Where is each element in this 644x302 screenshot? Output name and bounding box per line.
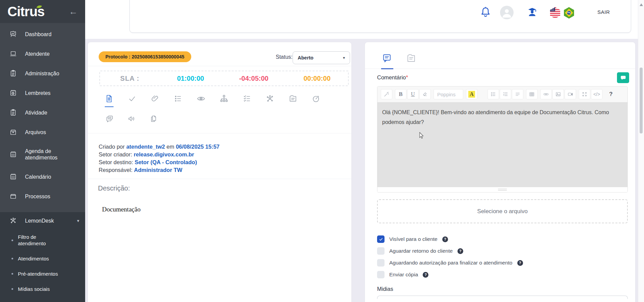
clipboard-icon bbox=[9, 109, 17, 116]
sidebar-item-agenda[interactable]: Agenda de atendimentos bbox=[0, 148, 85, 161]
option-aguardando-autorizacao: Aguardando autorização para finalizar o … bbox=[377, 259, 635, 267]
sidebar-item-processos[interactable]: Processos bbox=[0, 193, 85, 200]
help-icon[interactable]: ? bbox=[442, 236, 448, 242]
checklist-icon[interactable] bbox=[243, 94, 251, 103]
paragraph-button[interactable] bbox=[512, 89, 523, 99]
unordered-list-button[interactable] bbox=[488, 89, 499, 99]
ordered-list-button[interactable] bbox=[500, 89, 511, 99]
help-button[interactable]: ? bbox=[605, 89, 617, 99]
chat-icon[interactable] bbox=[105, 115, 114, 123]
checkbox-unchecked[interactable] bbox=[377, 259, 385, 267]
attachment-icon[interactable] bbox=[151, 94, 159, 103]
sla-label: SLA : bbox=[100, 75, 159, 82]
sector-dest-link[interactable]: Setor (QA - Controlado) bbox=[134, 159, 197, 165]
eye-icon[interactable] bbox=[197, 94, 205, 103]
fullscreen-button[interactable] bbox=[579, 89, 590, 99]
sidebar-item-midias-sociais[interactable]: Mídias sociais bbox=[0, 286, 85, 292]
user-avatar[interactable] bbox=[500, 6, 514, 19]
quick-reply-button[interactable] bbox=[617, 72, 629, 83]
clipboard-icon bbox=[9, 70, 17, 77]
hierarchy-icon[interactable] bbox=[220, 94, 228, 103]
sidebar-item-arquivos[interactable]: Arquivos bbox=[0, 128, 85, 136]
status-select[interactable]: Aberto ▾ bbox=[293, 51, 350, 64]
brazil-flag-icon[interactable] bbox=[563, 7, 575, 19]
editor-resize-handle[interactable] bbox=[377, 187, 627, 192]
audio-icon[interactable] bbox=[127, 115, 136, 123]
tabs-separator bbox=[365, 69, 635, 69]
page-scrollbar[interactable] bbox=[638, 0, 644, 302]
sla-time-paused: 00:00:00 bbox=[286, 75, 348, 82]
eraser-button[interactable] bbox=[419, 89, 431, 99]
sidebar-item-dashboard[interactable]: Dashboard bbox=[0, 30, 85, 38]
sidebar-item-lemondesk[interactable]: LemonDesk ▾ bbox=[0, 217, 85, 224]
sector-creator-link[interactable]: release.digivox.com.br bbox=[134, 151, 194, 157]
highlight-color-button[interactable]: A bbox=[466, 89, 477, 99]
notifications-bell-icon[interactable] bbox=[479, 6, 492, 19]
bold-button[interactable]: B bbox=[395, 89, 406, 99]
description-label: Descrição: bbox=[98, 184, 351, 192]
sidebar-item-lembretes[interactable]: Lembretes bbox=[0, 89, 85, 97]
created-line: Criado por atendente_tw2 em 06/08/2025 1… bbox=[99, 143, 351, 151]
sidebar-collapse-arrow-icon[interactable]: ← bbox=[69, 7, 78, 16]
magic-wand-button[interactable] bbox=[381, 89, 392, 99]
logout-button[interactable]: SAIR bbox=[597, 9, 610, 15]
checkbox-checked[interactable] bbox=[377, 235, 385, 243]
sidebar-item-filtro-atendimento[interactable]: Filtro de atendimento bbox=[0, 234, 85, 247]
help-icon[interactable]: ? bbox=[457, 248, 463, 254]
help-icon[interactable]: ? bbox=[517, 260, 523, 266]
comment-editor-area[interactable]: Olá {NOME_CLIENTE}! Bem-vindo ao atendim… bbox=[377, 102, 627, 187]
sidebar-item-calendario[interactable]: Calendário bbox=[0, 173, 85, 180]
code-view-button[interactable]: </> bbox=[591, 89, 602, 99]
responsible-line: Responsável: Administrador TW bbox=[99, 166, 351, 174]
folder-icon[interactable] bbox=[289, 94, 297, 103]
scrollbar-thumb[interactable] bbox=[640, 68, 643, 133]
chat-bubble-icon bbox=[620, 75, 626, 81]
comment-tab-icon[interactable] bbox=[382, 53, 392, 63]
checkbox-unchecked[interactable] bbox=[377, 271, 385, 278]
calendar-icon bbox=[9, 173, 17, 180]
option-visivel-cliente: Visível para o cliente ? bbox=[377, 235, 635, 243]
dashboard-icon bbox=[9, 30, 17, 38]
lemondesk-section: LemonDesk ▾ Filtro de atendimento Atendi… bbox=[0, 212, 85, 302]
calendar-icon bbox=[9, 151, 17, 158]
underline-button[interactable]: U bbox=[407, 89, 419, 99]
midias-input[interactable] bbox=[377, 296, 628, 299]
list-icon[interactable] bbox=[174, 94, 182, 103]
sidebar-item-administracao[interactable]: Administração bbox=[0, 70, 85, 77]
picture-button[interactable] bbox=[552, 89, 564, 99]
main-area: Protocolo : 20250806153850000045 Status:… bbox=[85, 39, 644, 302]
document-tab-icon[interactable] bbox=[105, 94, 114, 103]
responsible-link[interactable]: Administrador TW bbox=[134, 167, 182, 173]
timer-icon[interactable] bbox=[312, 94, 320, 103]
files-tab-icon[interactable] bbox=[406, 53, 416, 63]
sidebar: Citrus ← Dashboard Atendente Administraç… bbox=[0, 0, 85, 302]
created-user-link[interactable]: atendente_tw2 bbox=[126, 144, 165, 150]
help-icon[interactable]: ? bbox=[423, 272, 428, 278]
person-icon bbox=[500, 6, 514, 19]
sidebar-item-atendente[interactable]: Atendente bbox=[0, 50, 85, 57]
graduate-user-icon[interactable] bbox=[526, 7, 538, 18]
copy-icon[interactable] bbox=[149, 115, 158, 123]
ticket-toolbar-row2 bbox=[105, 115, 351, 123]
sla-time-overdue: -04:05:00 bbox=[222, 75, 286, 82]
font-name-button[interactable]: Poppins bbox=[434, 89, 463, 99]
sidebar-item-pre-atendimentos[interactable]: Pré-atendimentos bbox=[0, 271, 85, 277]
file-dropzone[interactable]: Selecione o arquivo bbox=[377, 199, 628, 223]
citrus-logo: Citrus bbox=[7, 4, 45, 19]
checkbox-unchecked[interactable] bbox=[377, 247, 385, 255]
check-icon[interactable] bbox=[128, 94, 137, 103]
archive-box-icon bbox=[9, 128, 17, 136]
monitor-icon bbox=[9, 50, 17, 57]
scroll-up-arrow-icon[interactable] bbox=[640, 3, 643, 6]
share-network-icon[interactable] bbox=[266, 94, 274, 103]
link-button[interactable] bbox=[540, 89, 552, 99]
protocol-badge: Protocolo : 20250806153850000045 bbox=[99, 51, 191, 62]
midias-label: Midias bbox=[377, 286, 635, 292]
us-flag-icon[interactable] bbox=[549, 7, 561, 19]
sidebar-item-atividade[interactable]: Atividade bbox=[0, 109, 85, 116]
video-button[interactable] bbox=[565, 89, 576, 99]
chevron-down-icon: ▾ bbox=[77, 218, 79, 223]
table-button[interactable] bbox=[526, 89, 538, 99]
chevron-down-icon: ▾ bbox=[343, 55, 345, 60]
sidebar-item-atendimentos[interactable]: Atendimentos bbox=[0, 255, 85, 262]
